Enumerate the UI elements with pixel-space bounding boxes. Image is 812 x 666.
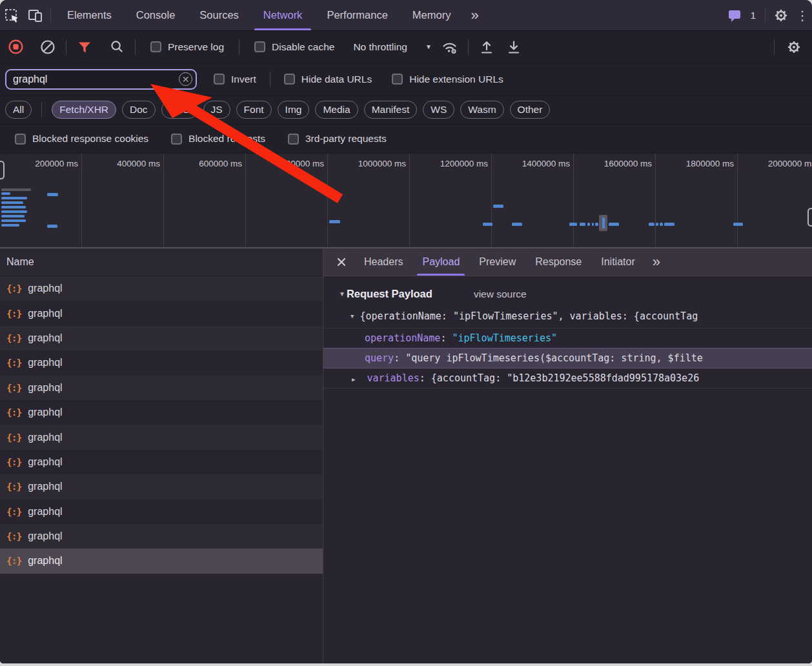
blocked-requests-checkbox [171, 134, 182, 145]
collapse-triangle-icon[interactable]: ▼ [339, 290, 345, 298]
request-row[interactable]: {:}graphql [0, 301, 323, 325]
hide-extension-urls-checkbox [392, 74, 403, 85]
request-row[interactable]: {:}graphql [0, 450, 323, 474]
clear-filter-icon[interactable]: ✕ [179, 72, 192, 86]
chip-media[interactable]: Media [315, 101, 358, 119]
chip-js[interactable]: JS [203, 101, 230, 119]
settings-gear-icon[interactable] [769, 4, 793, 27]
payload-row-variables[interactable]: ▶ variables: {accountTag: "b12e3b2192ee5… [323, 368, 812, 388]
blocked-response-cookies-toggle[interactable]: Blocked response cookies [15, 133, 148, 145]
overview-left-grip[interactable] [0, 161, 5, 179]
request-row[interactable]: {:}graphql [0, 500, 323, 524]
chip-wasm[interactable]: Wasm [460, 101, 503, 119]
name-column-label: Name [6, 256, 34, 268]
request-row[interactable]: {:}graphql [0, 524, 323, 549]
waterfall-bar [733, 223, 743, 226]
divider [765, 8, 766, 23]
overflow-menu-icon[interactable]: ⋮ [793, 4, 812, 27]
device-toolbar-icon[interactable] [23, 4, 46, 27]
record-network-log-icon[interactable] [4, 35, 27, 59]
filter-input-wrap: ✕ [5, 69, 197, 90]
hide-data-urls-toggle[interactable]: Hide data URLs [284, 74, 372, 85]
inspect-element-icon[interactable] [0, 4, 23, 27]
waterfall-bar [1, 219, 26, 222]
details-tab-payload[interactable]: Payload [412, 248, 469, 276]
request-row[interactable]: {:}graphql [0, 376, 323, 400]
payload-key: operationName [365, 332, 440, 344]
preserve-log-toggle[interactable]: Preserve log [150, 41, 224, 53]
details-tab-response[interactable]: Response [525, 248, 591, 276]
chip-img[interactable]: Img [278, 101, 310, 119]
details-tab-headers[interactable]: Headers [354, 248, 412, 276]
issues-message-icon[interactable] [723, 4, 746, 27]
expander-open-icon[interactable]: ▼ [350, 313, 354, 319]
request-name: graphql [28, 481, 62, 492]
timeline-column: 1200000 ms [410, 154, 492, 247]
tab-network[interactable]: Network [251, 0, 315, 30]
payload-row-query-highlighted[interactable]: query: "query ipFlowTimeseries($accountT… [323, 348, 812, 368]
expander-closed-icon[interactable]: ▶ [352, 376, 355, 383]
3rd-party-requests-toggle[interactable]: 3rd-party requests [288, 133, 387, 145]
clear-network-log-icon[interactable] [36, 35, 59, 59]
close-icon[interactable] [336, 257, 347, 267]
request-row[interactable]: {:}graphql [0, 276, 323, 301]
request-row[interactable]: {:}graphql [0, 400, 323, 425]
tab-sources[interactable]: Sources [187, 0, 251, 30]
issues-count[interactable]: 1 [750, 10, 756, 21]
import-har-icon[interactable] [475, 35, 498, 59]
more-details-tabs-icon[interactable]: » [645, 249, 668, 275]
chip-font[interactable]: Font [236, 101, 272, 119]
disable-cache-label: Disable cache [272, 41, 334, 53]
invert-label: Invert [231, 74, 256, 85]
blocked-requests-toggle[interactable]: Blocked requests [171, 133, 265, 145]
request-row[interactable]: {:}graphql [0, 425, 323, 449]
tab-memory[interactable]: Memory [400, 0, 463, 30]
network-settings-gear-icon[interactable] [782, 35, 806, 59]
chip-fetch-xhr[interactable]: Fetch/XHR [52, 101, 116, 119]
name-column-header[interactable]: Name [0, 248, 323, 276]
tab-elements[interactable]: Elements [55, 0, 124, 30]
details-tab-preview[interactable]: Preview [469, 248, 525, 276]
export-har-icon[interactable] [502, 35, 525, 59]
request-name: graphql [28, 308, 62, 319]
chip-other[interactable]: Other [510, 101, 551, 119]
filter-funnel-icon[interactable] [73, 35, 96, 59]
details-tab-initiator[interactable]: Initiator [591, 248, 644, 276]
payload-key: variables [367, 372, 419, 384]
blocked-response-cookies-checkbox [15, 134, 26, 145]
filter-input[interactable] [5, 69, 197, 90]
waterfall-bar [1, 206, 26, 208]
waterfall-bar [1, 188, 31, 191]
3rd-party-requests-checkbox [288, 134, 299, 145]
search-icon[interactable] [105, 35, 128, 59]
overview-right-grip[interactable] [807, 208, 812, 227]
chip-manifest[interactable]: Manifest [364, 101, 418, 119]
tab-performance[interactable]: Performance [314, 0, 400, 30]
more-panels-icon[interactable]: » [463, 1, 486, 30]
request-row[interactable]: {:}graphql [0, 326, 323, 350]
throttling-select[interactable]: No throttling ▼ [353, 41, 431, 53]
disable-cache-toggle[interactable]: Disable cache [254, 41, 334, 53]
chip-css[interactable]: CSS [161, 101, 198, 119]
tab-console[interactable]: Console [124, 0, 188, 30]
payload-row-operationname[interactable]: operationName: "ipFlowTimeseries" [323, 328, 812, 348]
request-row[interactable]: {:}graphql [0, 474, 323, 499]
payload-summary-row[interactable]: ▼ {operationName: "ipFlowTimeseries", va… [323, 307, 812, 328]
json-braces-icon: {:} [6, 457, 21, 467]
view-source-link[interactable]: view source [474, 288, 527, 300]
hide-extension-urls-toggle[interactable]: Hide extension URLs [392, 74, 503, 85]
timeline-column: 600000 ms [164, 154, 246, 247]
colon: : [440, 332, 452, 344]
chip-all[interactable]: All [5, 101, 32, 119]
request-row[interactable]: {:}graphql [0, 549, 323, 573]
invert-toggle[interactable]: Invert [214, 74, 256, 85]
chip-doc[interactable]: Doc [122, 101, 156, 119]
payload-value: {accountTag: "b12e3b2192ee5588fdad995178… [431, 372, 699, 384]
timeline-column: 400000 ms [82, 154, 164, 247]
divider [270, 72, 270, 87]
request-row[interactable]: {:}graphql [0, 350, 323, 375]
request-rows: {:}graphql{:}graphql{:}graphql{:}graphql… [0, 276, 323, 663]
chip-ws[interactable]: WS [423, 101, 454, 119]
waterfall-bar [649, 223, 655, 226]
network-conditions-icon[interactable] [438, 35, 462, 59]
